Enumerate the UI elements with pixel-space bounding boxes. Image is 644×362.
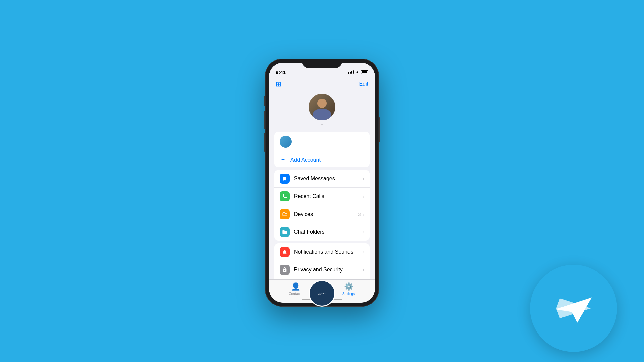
current-account-item[interactable] bbox=[274, 132, 370, 152]
devices-chevron: › bbox=[363, 212, 364, 217]
username-dot bbox=[321, 124, 323, 125]
svg-rect-0 bbox=[283, 213, 285, 216]
devices-item[interactable]: Devices 3 › bbox=[274, 205, 370, 223]
phone-screen: 9:41 ▲ ⊞ Edit bbox=[269, 63, 375, 303]
qr-code-icon[interactable]: ⊞ bbox=[276, 80, 281, 88]
chat-folders-icon bbox=[280, 227, 290, 237]
notifications-label: Notifications and Sounds bbox=[294, 249, 363, 255]
settings-content: + Add Account Saved Messages › bbox=[269, 132, 375, 279]
watermark: علاءين bbox=[309, 280, 335, 307]
silent-switch bbox=[264, 133, 265, 152]
saved-messages-icon bbox=[280, 174, 290, 184]
recent-calls-label: Recent Calls bbox=[294, 193, 363, 199]
settings-label: Settings bbox=[342, 292, 355, 296]
privacy-item[interactable]: Privacy and Security › bbox=[274, 261, 370, 279]
watermark-text: علاءين bbox=[309, 280, 335, 307]
saved-messages-chevron: › bbox=[363, 176, 364, 181]
signal-bar-1 bbox=[348, 72, 349, 74]
volume-down-button bbox=[264, 111, 265, 129]
battery-icon bbox=[361, 70, 368, 74]
signal-bar-3 bbox=[351, 71, 352, 74]
notifications-chevron: › bbox=[363, 249, 364, 255]
telegram-logo-circle bbox=[530, 265, 617, 352]
account-avatar bbox=[280, 136, 292, 148]
recent-calls-icon bbox=[280, 191, 290, 201]
privacy-icon bbox=[280, 265, 290, 275]
settings-icon: ⚙️ bbox=[344, 282, 353, 291]
signal-bar-2 bbox=[350, 72, 351, 74]
privacy-label: Privacy and Security bbox=[294, 267, 363, 273]
notifications-icon bbox=[280, 247, 290, 257]
avatar-section bbox=[269, 88, 375, 132]
phone-frame: 9:41 ▲ ⊞ Edit bbox=[265, 59, 379, 307]
status-icons: ▲ bbox=[348, 70, 368, 74]
devices-icon bbox=[280, 209, 290, 219]
notch bbox=[302, 59, 342, 68]
chat-folders-label: Chat Folders bbox=[294, 229, 363, 235]
account-section: + Add Account bbox=[274, 132, 370, 167]
user-avatar[interactable] bbox=[309, 94, 335, 120]
chat-folders-item[interactable]: Chat Folders › bbox=[274, 223, 370, 241]
devices-badge: 3 bbox=[358, 212, 361, 217]
signal-bars-icon bbox=[348, 70, 354, 74]
recent-calls-item[interactable]: Recent Calls › bbox=[274, 188, 370, 205]
status-time: 9:41 bbox=[276, 69, 286, 75]
contacts-label: Contacts bbox=[289, 292, 302, 296]
saved-messages-label: Saved Messages bbox=[294, 176, 363, 182]
notifications-item[interactable]: Notifications and Sounds › bbox=[274, 243, 370, 261]
edit-button[interactable]: Edit bbox=[359, 81, 368, 87]
add-account-row[interactable]: + Add Account bbox=[274, 152, 370, 167]
header: ⊞ Edit bbox=[269, 77, 375, 88]
power-button bbox=[379, 117, 380, 142]
svg-rect-1 bbox=[285, 213, 287, 216]
menu-section-1: Saved Messages › Recent Calls › bbox=[274, 170, 370, 241]
menu-section-2: Notifications and Sounds › Privacy and S… bbox=[274, 243, 370, 279]
signal-bar-4 bbox=[353, 70, 354, 74]
avatar-image bbox=[309, 94, 335, 120]
add-account-label: Add Account bbox=[290, 157, 321, 163]
devices-label: Devices bbox=[294, 211, 358, 217]
chat-folders-chevron: › bbox=[363, 229, 364, 235]
saved-messages-item[interactable]: Saved Messages › bbox=[274, 170, 370, 188]
plus-icon: + bbox=[280, 156, 286, 163]
wifi-icon: ▲ bbox=[355, 70, 359, 74]
telegram-send-icon bbox=[552, 287, 595, 330]
battery-fill bbox=[362, 71, 367, 73]
volume-up-button bbox=[264, 96, 265, 106]
recent-calls-chevron: › bbox=[363, 194, 364, 199]
contacts-icon: 👤 bbox=[291, 282, 300, 291]
privacy-chevron: › bbox=[363, 267, 364, 273]
